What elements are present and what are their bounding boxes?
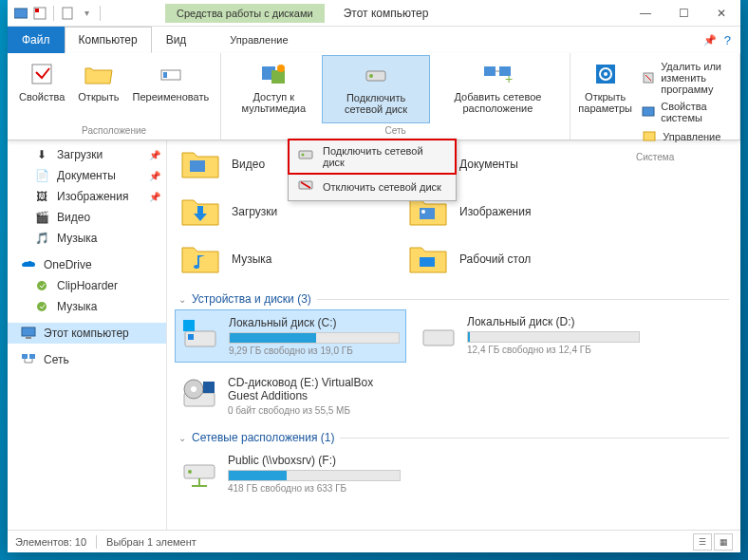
sidebar-item-network[interactable]: Сеть xyxy=(8,349,166,370)
sidebar-item-documents[interactable]: 📄Документы📌 xyxy=(8,165,166,186)
svg-rect-32 xyxy=(29,354,35,359)
svg-rect-8 xyxy=(271,70,285,84)
tab-view[interactable]: Вид xyxy=(152,27,201,53)
status-item-count: Элементов: 10 xyxy=(15,536,86,548)
svg-point-50 xyxy=(188,470,192,474)
sync-icon xyxy=(34,278,49,293)
desktop-folder-icon xyxy=(408,241,448,277)
svg-rect-21 xyxy=(643,107,654,116)
pin-icon[interactable]: 📌 xyxy=(149,150,160,160)
view-icons-button[interactable]: ▦ xyxy=(714,533,733,551)
dropdown-connect-drive[interactable]: Подключить сетевой диск xyxy=(289,140,456,174)
statusbar: Элементов: 10 Выбран 1 элемент ☰ ▦ xyxy=(8,530,740,552)
view-details-button[interactable]: ☰ xyxy=(693,533,712,551)
svg-rect-2 xyxy=(35,9,39,12)
navigation-pane[interactable]: ⬇Загрузки📌 📄Документы📌 🖼Изображения📌 🎬Ви… xyxy=(8,140,167,530)
ribbon-tabs: Файл Компьютер Вид Управление 📌 ? xyxy=(8,27,740,53)
qat-icon-doc[interactable] xyxy=(60,6,75,21)
context-tab[interactable]: Средства работы с дисками xyxy=(165,4,325,23)
documents-icon: 📄 xyxy=(34,168,49,183)
videos-folder-icon xyxy=(180,146,220,182)
sidebar-item-cliphoarder[interactable]: ClipHoarder xyxy=(8,275,166,296)
svg-rect-12 xyxy=(484,66,496,76)
help-icon[interactable]: ? xyxy=(724,33,731,47)
titlebar: ▾ Средства работы с дисками Этот компьют… xyxy=(8,0,740,27)
videos-icon: 🎬 xyxy=(34,210,49,225)
drive-disconnect-icon xyxy=(298,179,313,195)
svg-rect-40 xyxy=(420,257,435,267)
pin-icon[interactable]: 📌 xyxy=(149,171,160,181)
add-network-button[interactable]: + Добавить сетевое расположение xyxy=(432,55,564,123)
drive-connect-icon xyxy=(298,149,313,164)
sidebar-item-downloads[interactable]: ⬇Загрузки📌 xyxy=(8,144,166,165)
dropdown-disconnect-drive[interactable]: Отключить сетевой диск xyxy=(289,174,456,200)
ribbon: Свойства Открыть Переименовать Расположе… xyxy=(8,53,740,140)
sidebar-item-thispc[interactable]: Этот компьютер xyxy=(8,323,166,344)
system-properties-button[interactable]: Свойства системы xyxy=(640,99,730,125)
onedrive-icon xyxy=(21,257,36,272)
svg-rect-30 xyxy=(26,337,31,339)
map-drive-dropdown: Подключить сетевой диск Отключить сетево… xyxy=(288,139,457,201)
tab-manage[interactable]: Управление xyxy=(200,27,317,53)
map-drive-button[interactable]: Подключить сетевой диск xyxy=(322,55,429,123)
svg-rect-0 xyxy=(14,9,28,18)
tab-file[interactable]: Файл xyxy=(8,27,65,53)
pictures-icon: 🖼 xyxy=(34,189,49,204)
svg-point-28 xyxy=(37,302,47,311)
drive-network[interactable]: Public (\\vboxsrv) (F:)418 ГБ свободно и… xyxy=(175,448,406,499)
uninstall-program-button[interactable]: Удалить или изменить программу xyxy=(640,59,730,97)
maximize-button[interactable]: ☐ xyxy=(664,0,702,27)
svg-point-47 xyxy=(191,386,196,392)
qat-icon-explorer[interactable] xyxy=(13,6,28,21)
sidebar-item-onedrive[interactable]: OneDrive xyxy=(8,254,166,275)
qat-icon-props[interactable] xyxy=(32,6,47,21)
sidebar-item-videos[interactable]: 🎬Видео xyxy=(8,207,166,228)
rename-button[interactable]: Переименовать xyxy=(127,55,215,123)
folder-desktop[interactable]: Рабочий стол xyxy=(402,235,630,283)
section-network[interactable]: ⌄Сетевые расположения (1) xyxy=(175,421,733,448)
svg-rect-6 xyxy=(163,72,167,78)
svg-rect-43 xyxy=(183,320,195,331)
cd-drive-icon xyxy=(180,376,218,414)
open-settings-button[interactable]: Открыть параметры xyxy=(576,55,634,150)
network-drive-icon xyxy=(180,454,218,492)
open-button[interactable]: Открыть xyxy=(72,55,124,123)
drive-c[interactable]: Локальный диск (C:)9,29 ГБ свободно из 1… xyxy=(175,309,406,363)
sidebar-item-music2[interactable]: Музыка xyxy=(8,296,166,317)
music-icon: 🎵 xyxy=(34,231,49,246)
minimize-button[interactable]: — xyxy=(626,0,664,27)
svg-rect-22 xyxy=(644,132,655,140)
svg-rect-48 xyxy=(203,382,215,393)
manage-button[interactable]: Управление xyxy=(640,127,730,146)
network-icon xyxy=(21,352,36,367)
svg-point-24 xyxy=(302,154,305,157)
svg-rect-3 xyxy=(63,8,72,19)
svg-rect-36 xyxy=(190,160,205,172)
downloads-icon: ⬇ xyxy=(34,147,49,162)
pin-icon[interactable]: 📌 xyxy=(149,192,160,202)
chevron-down-icon: ⌄ xyxy=(178,433,186,443)
sidebar-item-pictures[interactable]: 🖼Изображения📌 xyxy=(8,186,166,207)
tab-computer[interactable]: Компьютер xyxy=(65,27,152,53)
drive-cd[interactable]: CD-дисковод (E:) VirtualBox Guest Additi… xyxy=(175,370,406,421)
properties-button[interactable]: Свойства xyxy=(13,55,70,123)
svg-rect-38 xyxy=(420,208,435,219)
pin-ribbon-icon[interactable]: 📌 xyxy=(703,34,717,47)
sidebar-item-music[interactable]: 🎵Музыка xyxy=(8,228,166,249)
media-access-button[interactable]: Доступ к мультимедиа xyxy=(227,55,320,123)
svg-rect-23 xyxy=(299,151,312,159)
explorer-window: ▾ Средства работы с дисками Этот компьют… xyxy=(8,0,740,552)
status-selection: Выбран 1 элемент xyxy=(106,536,196,548)
svg-point-39 xyxy=(421,210,425,214)
qat-dropdown-icon[interactable]: ▾ xyxy=(79,6,94,21)
drive-icon xyxy=(420,315,458,353)
svg-point-11 xyxy=(369,74,373,78)
sync-icon xyxy=(34,299,49,314)
drive-d[interactable]: Локальный диск (D:)12,4 ГБ свободно из 1… xyxy=(414,309,645,363)
section-devices[interactable]: ⌄Устройства и диски (3) xyxy=(175,283,733,309)
computer-icon xyxy=(21,326,36,341)
close-button[interactable]: ✕ xyxy=(702,0,740,27)
svg-rect-44 xyxy=(423,330,454,345)
folder-music[interactable]: Музыка xyxy=(175,235,402,283)
music-folder-icon xyxy=(180,241,220,277)
